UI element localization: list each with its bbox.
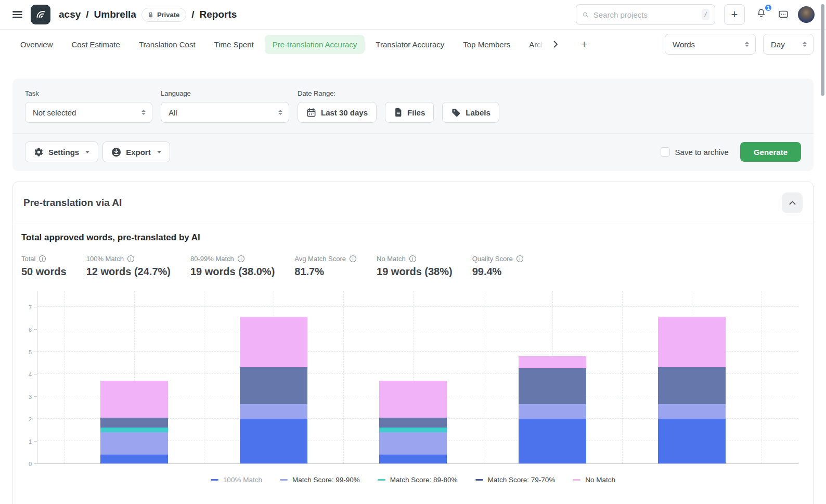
notification-badge: 1	[764, 4, 772, 12]
legend-label: Match Score: 79-70%	[488, 476, 556, 484]
bar-segment[interactable]	[100, 381, 168, 418]
date-range-button[interactable]: Last 30 days	[298, 102, 377, 123]
tab-pre-translation-accuracy[interactable]: Pre-translation Accuracy	[265, 35, 365, 54]
task-select[interactable]: Not selected	[25, 102, 152, 123]
bar-segment[interactable]	[658, 404, 726, 419]
create-project-button[interactable]: +	[724, 4, 745, 25]
stat-label: 80-99% Match	[190, 255, 234, 263]
add-report-tab-button[interactable]: +	[581, 38, 587, 50]
app-logo[interactable]	[31, 5, 50, 24]
bar-5[interactable]	[658, 317, 726, 463]
stat-value: 12 words (24.7%)	[86, 266, 171, 278]
bar-segment[interactable]	[658, 419, 726, 463]
search-input[interactable]	[593, 10, 697, 19]
chart-legend: 100% Match Match Score: 99-90% Match Sco…	[21, 476, 805, 484]
bar-1[interactable]	[100, 381, 168, 463]
bar-segment[interactable]	[379, 432, 447, 455]
tab-top-members[interactable]: Top Members	[455, 35, 518, 54]
page-scrollbar[interactable]	[821, 4, 824, 96]
bar-segment[interactable]	[240, 367, 307, 404]
save-to-archive-checkbox[interactable]	[661, 147, 670, 157]
language-field-label: Language	[161, 89, 289, 97]
chevron-right-icon	[553, 41, 558, 48]
settings-button[interactable]: Settings	[25, 141, 98, 162]
bar-segment[interactable]	[379, 428, 447, 432]
labels-filter-button[interactable]: Labels	[442, 102, 499, 123]
period-select[interactable]: Day	[763, 34, 814, 55]
bar-segment[interactable]	[379, 381, 447, 418]
bar-segment[interactable]	[100, 432, 168, 455]
bar-segment[interactable]	[379, 418, 447, 428]
tabs-scroll-right-button[interactable]	[549, 37, 562, 51]
section-title: Pre-translation via AI	[23, 197, 122, 209]
tab-overview[interactable]: Overview	[12, 35, 61, 54]
notifications-button[interactable]: 1	[754, 6, 769, 23]
bar-segment[interactable]	[519, 356, 586, 369]
info-icon[interactable]	[38, 255, 46, 263]
legend-item[interactable]: Match Score: 99-90%	[280, 476, 360, 484]
info-icon[interactable]	[127, 255, 135, 263]
breadcrumb-separator-2: /	[191, 9, 194, 20]
file-icon	[394, 108, 403, 117]
messages-button[interactable]	[778, 9, 789, 20]
stat-value: 99.4%	[472, 266, 524, 278]
files-filter-button[interactable]: Files	[385, 102, 434, 123]
bar-4[interactable]	[519, 356, 586, 463]
tab-archive-truncated[interactable]: Arch	[521, 35, 546, 54]
hamburger-menu-icon[interactable]	[12, 11, 22, 18]
info-icon[interactable]	[237, 255, 245, 263]
stat-label: Total	[21, 255, 35, 263]
legend-item[interactable]: Match Score: 89-80%	[378, 476, 458, 484]
breadcrumb-project[interactable]: Umbrella	[94, 9, 136, 20]
legend-item[interactable]: Match Score: 79-70%	[475, 476, 556, 484]
export-button[interactable]: Export	[102, 141, 170, 162]
stat-label: Quality Score	[472, 255, 513, 263]
bar-segment[interactable]	[240, 419, 307, 463]
user-avatar[interactable]	[798, 6, 815, 23]
bar-segment[interactable]	[519, 404, 586, 419]
save-to-archive-option[interactable]: Save to archive	[661, 147, 729, 157]
tab-translator-accuracy[interactable]: Translator Accuracy	[368, 35, 452, 54]
tab-cost-estimate[interactable]: Cost Estimate	[64, 35, 128, 54]
bar-segment[interactable]	[240, 317, 307, 367]
collapse-section-button[interactable]	[782, 192, 803, 213]
legend-item[interactable]: 100% Match	[211, 476, 262, 484]
calendar-icon	[306, 108, 316, 118]
breadcrumb-org[interactable]: acsy	[59, 9, 81, 20]
bar-segment[interactable]	[100, 418, 168, 428]
info-icon[interactable]	[516, 255, 524, 263]
caret-down-icon	[157, 151, 161, 153]
info-icon[interactable]	[409, 255, 417, 263]
stat-80-99-match: 80-99% Match 19 words (38.0%)	[190, 255, 275, 278]
info-icon[interactable]	[349, 255, 357, 263]
chart-title: Total approved words, pre-translated by …	[21, 232, 805, 243]
stacked-bar-chart: 01234567	[21, 291, 805, 464]
bar-segment[interactable]	[100, 428, 168, 432]
bar-segment[interactable]	[519, 419, 586, 463]
y-axis-label: 3	[29, 394, 32, 400]
bar-segment[interactable]	[519, 368, 586, 404]
tag-icon	[451, 108, 461, 118]
tab-time-spent[interactable]: Time Spent	[206, 35, 262, 54]
select-updown-icon	[803, 42, 807, 47]
y-axis-label: 5	[29, 349, 32, 355]
unit-select[interactable]: Words	[665, 34, 756, 55]
bar-segment[interactable]	[100, 455, 168, 463]
bar-3[interactable]	[379, 381, 447, 463]
bar-segment[interactable]	[658, 317, 726, 367]
privacy-badge-label: Private	[157, 11, 179, 19]
tab-translation-cost[interactable]: Translation Cost	[131, 35, 203, 54]
search-box[interactable]: /	[576, 4, 715, 25]
generate-button[interactable]: Generate	[740, 142, 801, 162]
caret-down-icon	[85, 151, 89, 153]
bar-segment[interactable]	[658, 367, 726, 404]
breadcrumb-separator: /	[86, 9, 88, 20]
bar-segment[interactable]	[379, 455, 447, 463]
stat-total: Total 50 words	[21, 255, 67, 278]
bar-2[interactable]	[240, 317, 307, 463]
legend-item[interactable]: No Match	[573, 476, 615, 484]
stat-value: 19 words (38.0%)	[190, 266, 275, 278]
bar-segment[interactable]	[240, 404, 307, 419]
stat-label: 100% Match	[86, 255, 124, 263]
language-select[interactable]: All	[161, 102, 289, 123]
